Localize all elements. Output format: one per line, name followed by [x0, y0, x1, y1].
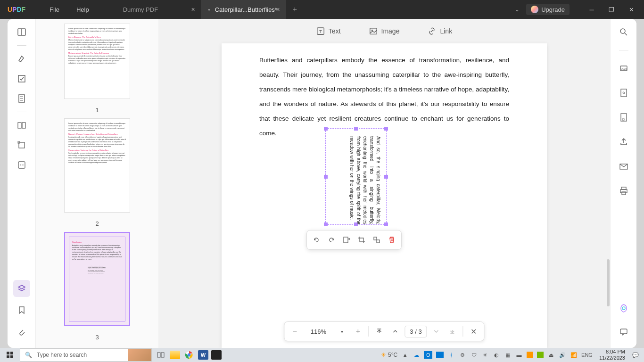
svg-rect-32 — [621, 187, 626, 189]
close-icon[interactable]: × — [191, 6, 195, 13]
layers-tool[interactable] — [13, 280, 30, 297]
nvidia-icon[interactable] — [537, 352, 544, 358]
start-button[interactable] — [0, 351, 20, 359]
tab-dummy-pdf[interactable]: Dummy PDF × — [116, 0, 201, 19]
rotate-right-button[interactable] — [325, 233, 338, 247]
svg-rect-34 — [622, 192, 626, 195]
chat-button[interactable] — [615, 323, 632, 340]
tray-icon[interactable]: ▬ — [515, 351, 523, 359]
tray-icon[interactable]: ▲ — [401, 351, 409, 359]
resize-handle[interactable] — [324, 175, 328, 179]
chrome-icon[interactable] — [183, 349, 195, 361]
crop-tool[interactable] — [13, 137, 30, 154]
upgrade-button[interactable]: Upgrade — [526, 4, 570, 15]
email-button[interactable] — [615, 158, 632, 175]
delete-button[interactable] — [385, 233, 398, 247]
tray-icon[interactable]: ⏏ — [547, 351, 555, 359]
app-icon[interactable] — [211, 350, 222, 360]
tray-icon[interactable] — [436, 352, 444, 358]
tray-icon[interactable]: ▦ — [504, 351, 512, 359]
thumbnail-page-3[interactable]: Conclusion Butterflies and caterpillars … — [64, 232, 130, 326]
resize-handle[interactable] — [354, 127, 358, 131]
language-indicator[interactable]: ENG — [581, 351, 593, 359]
resize-handle[interactable] — [384, 127, 388, 131]
zoom-percent[interactable]: 116% — [304, 328, 332, 335]
resize-handle[interactable] — [324, 222, 328, 226]
resize-handle[interactable] — [324, 127, 328, 131]
rotate-left-button[interactable] — [310, 233, 323, 247]
first-page-button[interactable] — [372, 325, 386, 338]
selection-box[interactable]: And so, the singing caterpillar, Melody,… — [325, 128, 387, 225]
close-zoom-button[interactable]: ✕ — [467, 325, 480, 338]
thumbnail-page-1[interactable]: Lorem ipsum dolor sit amet consectetur a… — [64, 24, 130, 99]
chevron-down-icon[interactable]: ⌄ — [510, 6, 524, 13]
menu-file[interactable]: File — [41, 6, 68, 13]
outlook-icon[interactable]: O — [424, 351, 432, 359]
organize-tool[interactable] — [13, 117, 30, 134]
left-toolbar — [8, 19, 36, 348]
new-tab-button[interactable]: + — [286, 5, 304, 14]
resize-handle[interactable] — [384, 175, 388, 179]
zoom-dropdown[interactable]: ▾ — [335, 325, 348, 338]
search-button[interactable] — [615, 24, 632, 41]
tray-icon[interactable]: ⚙ — [459, 351, 466, 359]
minimize-button[interactable]: ─ — [583, 2, 601, 16]
protect-button[interactable] — [615, 84, 632, 101]
crop-button[interactable] — [355, 233, 368, 247]
svg-rect-7 — [18, 123, 21, 128]
search-icon: 🔍 — [25, 352, 32, 358]
rotated-text-block[interactable]: And so, the singing caterpillar, Melody,… — [330, 136, 381, 224]
reader-tool[interactable] — [13, 24, 30, 41]
svg-rect-39 — [7, 355, 9, 358]
wifi-icon[interactable]: 📶 — [570, 351, 578, 359]
page-view[interactable]: Butterflies and caterpillars embody the … — [222, 43, 547, 348]
svg-line-24 — [625, 33, 627, 35]
form-tool[interactable] — [13, 156, 30, 173]
volume-icon[interactable]: 🔊 — [559, 351, 566, 359]
tray-icon[interactable]: 🛡 — [470, 351, 478, 359]
tray-icon[interactable] — [527, 352, 533, 358]
ai-button[interactable] — [615, 300, 632, 317]
chevron-down-icon[interactable]: ▾ — [208, 7, 210, 12]
menu-help[interactable]: Help — [68, 6, 98, 13]
notifications-icon[interactable]: 💬 — [632, 351, 639, 359]
page-indicator[interactable]: 3 / 3 — [405, 326, 427, 337]
insert-link-button[interactable]: Link — [428, 27, 452, 35]
prev-page-button[interactable] — [388, 325, 402, 338]
onedrive-icon[interactable]: ☁ — [413, 351, 420, 359]
close-icon[interactable]: × — [276, 6, 280, 13]
tray-icon[interactable]: ◐ — [493, 351, 500, 359]
insert-text-button[interactable]: T Text — [316, 27, 341, 35]
scrollbar-thumb[interactable] — [607, 259, 610, 306]
tab-caterpillar[interactable]: ▾ Caterpillar...Butterflies* × — [201, 0, 286, 19]
task-view-icon[interactable] — [155, 349, 167, 361]
print-button[interactable] — [615, 182, 632, 199]
thumbnail-page-2[interactable]: Lorem ipsum dolor sit amet consectetur a… — [64, 118, 130, 213]
weather-widget[interactable]: ☀5°C — [381, 352, 397, 358]
insert-image-button[interactable]: Image — [369, 27, 400, 35]
file-explorer-icon[interactable] — [170, 351, 180, 359]
tray-icon[interactable]: ☀ — [481, 351, 489, 359]
next-page-button[interactable] — [430, 325, 443, 338]
highlight-tool[interactable] — [13, 50, 30, 67]
bookmark-tool[interactable] — [13, 302, 30, 319]
ocr-button[interactable]: OCR — [615, 60, 632, 77]
svg-point-28 — [623, 92, 625, 94]
edit-tool[interactable] — [13, 70, 30, 87]
taskbar-search[interactable]: 🔍 Type here to search — [20, 348, 152, 362]
bluetooth-icon[interactable]: ᚼ — [447, 351, 455, 359]
clock[interactable]: 8:04 PM11/22/2023 — [596, 349, 628, 361]
zoom-in-button[interactable]: + — [351, 325, 364, 338]
maximize-button[interactable]: ❐ — [603, 2, 620, 16]
attachment-tool[interactable] — [13, 323, 30, 340]
last-page-button[interactable] — [446, 325, 459, 338]
word-icon[interactable]: W — [198, 350, 208, 360]
compress-button[interactable] — [615, 109, 632, 126]
close-button[interactable]: ✕ — [622, 2, 640, 16]
zoom-out-button[interactable]: − — [288, 325, 301, 338]
page-tool[interactable] — [13, 90, 30, 107]
resize-handle[interactable] — [384, 222, 388, 226]
share-button[interactable] — [615, 133, 632, 150]
extract-button[interactable] — [340, 233, 353, 247]
replace-button[interactable] — [370, 233, 383, 247]
